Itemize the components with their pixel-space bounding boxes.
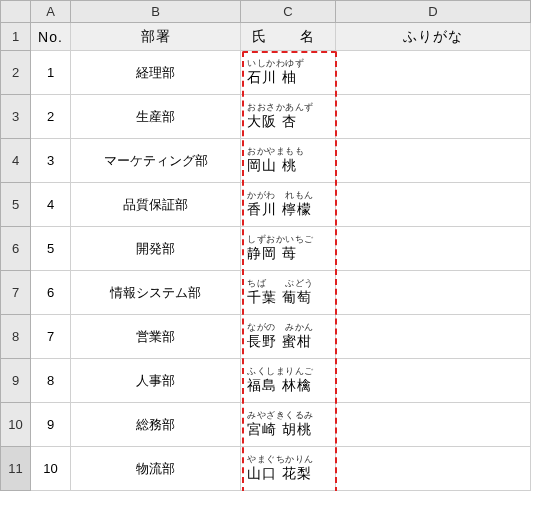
name-kanji: 千葉 葡萄	[247, 289, 335, 306]
table-row: 1 No. 部署 氏 名 ふりがな	[1, 23, 531, 51]
phonetic-ruby: いしかわゆず	[247, 59, 335, 68]
row-header[interactable]: 4	[1, 139, 31, 183]
col-header-D[interactable]: D	[336, 1, 531, 23]
cell-dept[interactable]: 開発部	[71, 227, 241, 271]
row-header[interactable]: 1	[1, 23, 31, 51]
phonetic-ruby: みやざきくるみ	[247, 411, 335, 420]
cell-A1[interactable]: No.	[31, 23, 71, 51]
table-row: 4 3 マーケティング部 おかやまもも 岡山 桃	[1, 139, 531, 183]
cell-name[interactable]: いしかわゆず 石川 柚	[241, 51, 336, 95]
row-header[interactable]: 2	[1, 51, 31, 95]
cell-dept[interactable]: 総務部	[71, 403, 241, 447]
cell-dept[interactable]: 生産部	[71, 95, 241, 139]
phonetic-ruby: ながの みかん	[247, 323, 335, 332]
cell-D1[interactable]: ふりがな	[336, 23, 531, 51]
name-kanji: 岡山 桃	[247, 157, 335, 174]
cell-name[interactable]: ふくしまりんご 福島 林檎	[241, 359, 336, 403]
name-kanji: 山口 花梨	[247, 465, 335, 482]
col-header-C[interactable]: C	[241, 1, 336, 23]
cell-name[interactable]: しずおかいちご 静岡 苺	[241, 227, 336, 271]
name-kanji: 大阪 杏	[247, 113, 335, 130]
table-row: 8 7 営業部 ながの みかん 長野 蜜柑	[1, 315, 531, 359]
table-row: 6 5 開発部 しずおかいちご 静岡 苺	[1, 227, 531, 271]
phonetic-ruby: おおさかあんず	[247, 103, 335, 112]
cell-no[interactable]: 10	[31, 447, 71, 491]
cell-furigana[interactable]	[336, 51, 531, 95]
phonetic-ruby: ちば ぶどう	[247, 279, 335, 288]
table-row: 7 6 情報システム部 ちば ぶどう 千葉 葡萄	[1, 271, 531, 315]
table-row: 11 10 物流部 やまぐちかりん 山口 花梨	[1, 447, 531, 491]
name-kanji: 福島 林檎	[247, 377, 335, 394]
cell-dept[interactable]: 情報システム部	[71, 271, 241, 315]
cell-no[interactable]: 6	[31, 271, 71, 315]
cell-dept[interactable]: 品質保証部	[71, 183, 241, 227]
cell-dept[interactable]: マーケティング部	[71, 139, 241, 183]
cell-no[interactable]: 9	[31, 403, 71, 447]
cell-furigana[interactable]	[336, 227, 531, 271]
select-all-corner[interactable]	[1, 1, 31, 23]
phonetic-ruby: しずおかいちご	[247, 235, 335, 244]
name-kanji: 香川 檸檬	[247, 201, 335, 218]
cell-B1[interactable]: 部署	[71, 23, 241, 51]
cell-name[interactable]: みやざきくるみ 宮崎 胡桃	[241, 403, 336, 447]
cell-no[interactable]: 8	[31, 359, 71, 403]
phonetic-ruby: かがわ れもん	[247, 191, 335, 200]
cell-dept[interactable]: 人事部	[71, 359, 241, 403]
cell-furigana[interactable]	[336, 447, 531, 491]
row-header[interactable]: 9	[1, 359, 31, 403]
cell-name[interactable]: おおさかあんず 大阪 杏	[241, 95, 336, 139]
table-row: 5 4 品質保証部 かがわ れもん 香川 檸檬	[1, 183, 531, 227]
cell-no[interactable]: 7	[31, 315, 71, 359]
cell-furigana[interactable]	[336, 403, 531, 447]
cell-furigana[interactable]	[336, 271, 531, 315]
row-header[interactable]: 10	[1, 403, 31, 447]
cell-C1[interactable]: 氏 名	[241, 23, 336, 51]
table-row: 9 8 人事部 ふくしまりんご 福島 林檎	[1, 359, 531, 403]
row-header[interactable]: 5	[1, 183, 31, 227]
row-header[interactable]: 3	[1, 95, 31, 139]
cell-no[interactable]: 1	[31, 51, 71, 95]
col-header-A[interactable]: A	[31, 1, 71, 23]
table-row: 2 1 経理部 いしかわゆず 石川 柚	[1, 51, 531, 95]
row-header[interactable]: 11	[1, 447, 31, 491]
phonetic-ruby: おかやまもも	[247, 147, 335, 156]
name-kanji: 宮崎 胡桃	[247, 421, 335, 438]
row-header[interactable]: 6	[1, 227, 31, 271]
cell-dept[interactable]: 営業部	[71, 315, 241, 359]
spreadsheet: A B C D 1 No. 部署 氏 名 ふりがな 2 1 経理部 いしかわゆず…	[0, 0, 531, 491]
cell-furigana[interactable]	[336, 359, 531, 403]
cell-furigana[interactable]	[336, 315, 531, 359]
table-row: 3 2 生産部 おおさかあんず 大阪 杏	[1, 95, 531, 139]
cell-furigana[interactable]	[336, 139, 531, 183]
row-header[interactable]: 7	[1, 271, 31, 315]
phonetic-ruby: ふくしまりんご	[247, 367, 335, 376]
cell-furigana[interactable]	[336, 183, 531, 227]
name-kanji: 静岡 苺	[247, 245, 335, 262]
cell-furigana[interactable]	[336, 95, 531, 139]
column-header-row: A B C D	[1, 1, 531, 23]
cell-no[interactable]: 4	[31, 183, 71, 227]
cell-name[interactable]: やまぐちかりん 山口 花梨	[241, 447, 336, 491]
cell-dept[interactable]: 経理部	[71, 51, 241, 95]
cell-dept[interactable]: 物流部	[71, 447, 241, 491]
name-kanji: 石川 柚	[247, 69, 335, 86]
cell-no[interactable]: 2	[31, 95, 71, 139]
cell-name[interactable]: かがわ れもん 香川 檸檬	[241, 183, 336, 227]
cell-name[interactable]: ながの みかん 長野 蜜柑	[241, 315, 336, 359]
table-row: 10 9 総務部 みやざきくるみ 宮崎 胡桃	[1, 403, 531, 447]
cell-name[interactable]: おかやまもも 岡山 桃	[241, 139, 336, 183]
cell-no[interactable]: 5	[31, 227, 71, 271]
cell-name[interactable]: ちば ぶどう 千葉 葡萄	[241, 271, 336, 315]
name-kanji: 長野 蜜柑	[247, 333, 335, 350]
col-header-B[interactable]: B	[71, 1, 241, 23]
row-header[interactable]: 8	[1, 315, 31, 359]
cell-no[interactable]: 3	[31, 139, 71, 183]
phonetic-ruby: やまぐちかりん	[247, 455, 335, 464]
